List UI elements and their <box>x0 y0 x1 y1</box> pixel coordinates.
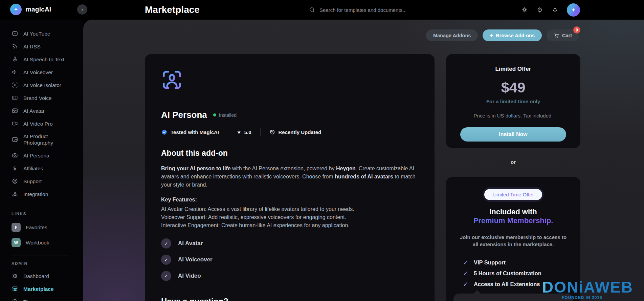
sidebar-item-ai-avatar[interactable]: AI Avatar <box>12 104 83 117</box>
installed-status: Installed <box>213 112 237 118</box>
installed-dot <box>213 113 216 116</box>
sidebar-divider <box>12 256 69 256</box>
sidebar-item-dashboard[interactable]: Dashboard <box>12 270 83 282</box>
storefront-icon <box>12 285 18 292</box>
image-icon <box>12 107 18 114</box>
limited-offer-card: Limited Offer $49 For a limited time onl… <box>446 54 580 148</box>
video-camera-icon <box>12 120 18 127</box>
admin-section-label: ADMIN <box>12 261 83 265</box>
focus-settings-icon[interactable] <box>536 6 543 13</box>
cart-icon <box>554 33 559 38</box>
voice-isolator-icon <box>12 82 18 88</box>
cart-button[interactable]: Cart 0 <box>547 29 579 41</box>
sidebar-item-marketplace[interactable]: Marketplace <box>12 282 83 295</box>
sidebar-item-affiliates[interactable]: Affiliates <box>12 162 83 175</box>
check-icon: ✓ <box>463 270 468 277</box>
page-title: Marketplace <box>145 0 200 20</box>
global-search <box>309 0 421 20</box>
offer-note: Price is in US dollars. Tax included. <box>446 113 580 119</box>
rss-icon <box>12 43 18 50</box>
updated-badge: Recently Updated <box>260 128 330 136</box>
browse-addons-button[interactable]: + Browse Add-ons <box>483 29 542 41</box>
theme-toggle-sun-icon[interactable] <box>521 6 528 13</box>
sidebar-item-brand-voice[interactable]: Brand Voice <box>12 91 83 104</box>
top-header: ✦ magicAI ‹ Marketplace ✦ <box>0 0 644 20</box>
sidebar-item-themes[interactable]: Themes <box>12 295 83 301</box>
check-icon: ✓ <box>463 280 468 288</box>
search-input[interactable] <box>319 7 421 13</box>
key-features-list: AI Avatar Creation: Access a vast librar… <box>161 205 418 230</box>
workbook-badge: W <box>12 238 21 247</box>
search-icon <box>309 6 315 13</box>
tested-badge: Tested with MagicAI <box>161 128 228 136</box>
check-circle-icon: ✓ <box>161 255 171 265</box>
offer-title: Limited Offer <box>446 66 580 72</box>
sidebar-item-ai-persona[interactable]: AI Persona <box>12 149 83 162</box>
sidebar: AI YouTube AI RSS AI Speech to Text AI V… <box>0 20 83 301</box>
premium-description: Join our exclusive membership to access … <box>458 234 569 248</box>
watermark-tagline: FOUNDED IN 2018 <box>562 296 633 300</box>
integration-icon <box>12 191 18 197</box>
sidebar-collapse-button[interactable]: ‹ <box>77 4 87 15</box>
ai-persona-icon <box>161 69 183 91</box>
marketplace-toolbar: Manage Addons + Browse Add-ons Cart 0 <box>426 29 579 41</box>
sidebar-item-workbook[interactable]: W Workbook <box>12 235 83 250</box>
premium-heading-line1: Included with <box>456 208 570 216</box>
list-item: ✓ AI Video <box>161 271 418 281</box>
install-now-button[interactable]: Install Now <box>460 127 566 142</box>
addon-detail-card: AI Persona Installed Tested with MagicAI… <box>145 54 435 301</box>
offer-subtitle: For a limited time only <box>446 99 580 104</box>
youtube-icon <box>12 30 18 37</box>
key-feature-item: Voiceover Support: Add realistic, expres… <box>161 213 418 221</box>
app-name: magicAI <box>26 6 51 13</box>
sidebar-item-integration[interactable]: Integration <box>12 188 83 200</box>
addon-description: Bring your AI person to life with the AI… <box>161 165 418 189</box>
app-logo[interactable]: ✦ magicAI <box>10 4 51 15</box>
palette-icon <box>12 298 18 301</box>
offer-price: $49 <box>446 79 580 96</box>
notifications-bell-icon[interactable] <box>552 6 558 13</box>
sidebar-item-ai-rss[interactable]: AI RSS <box>12 40 83 53</box>
doniaweb-watermark: DONiAWEB FOUNDED IN 2018 <box>542 279 633 301</box>
list-item: ✓ 5 Hours of Customization <box>463 270 570 277</box>
star-icon: ★ <box>237 129 241 135</box>
magicai-logo-icon: ✦ <box>10 4 22 15</box>
photo-star-icon <box>12 136 18 143</box>
about-heading: About this add-on <box>161 149 418 158</box>
list-item: ✓ VIP Support <box>463 259 570 266</box>
user-avatar[interactable]: ✦ <box>567 3 580 17</box>
check-circle-icon: ✓ <box>161 271 171 281</box>
list-item: ✓ AI Voiceover <box>161 255 418 265</box>
addon-title-row: AI Persona Installed <box>161 110 418 120</box>
sidebar-item-ai-voiceover[interactable]: AI Voiceover <box>12 66 83 79</box>
sidebar-item-ai-video-pro[interactable]: AI Video Pro <box>12 117 83 130</box>
links-section-label: LINKS <box>12 212 83 216</box>
camera-star-icon <box>12 152 18 159</box>
header-actions: ✦ <box>521 0 580 20</box>
cart-count-badge: 0 <box>573 26 580 34</box>
check-circle-icon: ✓ <box>161 238 171 249</box>
sidebar-item-support[interactable]: Support <box>12 175 83 188</box>
brand-voice-icon <box>12 94 18 101</box>
sidebar-divider <box>12 206 69 206</box>
marketplace-page: ✦ magicAI ‹ Marketplace ✦ AI YouTube AI … <box>0 0 644 301</box>
history-clock-icon <box>269 129 275 135</box>
manage-addons-button[interactable]: Manage Addons <box>426 29 478 41</box>
sidebar-item-favorites[interactable]: F Favorites <box>12 220 83 235</box>
key-feature-item: Interactive Engagement: Create human-lik… <box>161 221 418 230</box>
key-features-heading: Key Features: <box>161 196 418 204</box>
question-heading: Have a question? <box>161 297 418 301</box>
list-item: ✓ AI Avatar <box>161 238 418 249</box>
sidebar-item-ai-speech-to-text[interactable]: AI Speech to Text <box>12 53 83 66</box>
premium-heading-line2: Premium Membership. <box>456 216 570 225</box>
limited-time-offer-badge: Limited Time Offer <box>484 189 542 200</box>
addon-badges: Tested with MagicAI ★ 5.0 Recently Updat… <box>161 128 418 136</box>
sidebar-item-ai-voice-isolator[interactable]: AI Voice Isolator <box>12 79 83 91</box>
sidebar-item-ai-product-photography[interactable]: AI Product Photography <box>12 130 83 149</box>
dollar-icon <box>12 165 18 172</box>
sidebar-item-ai-youtube[interactable]: AI YouTube <box>12 27 83 40</box>
included-capabilities: ✓ AI Avatar ✓ AI Voiceover ✓ AI Video <box>161 238 418 281</box>
key-feature-item: AI Avatar Creation: Access a vast librar… <box>161 205 418 213</box>
lifebuoy-icon <box>12 178 18 185</box>
verified-icon <box>161 129 168 135</box>
